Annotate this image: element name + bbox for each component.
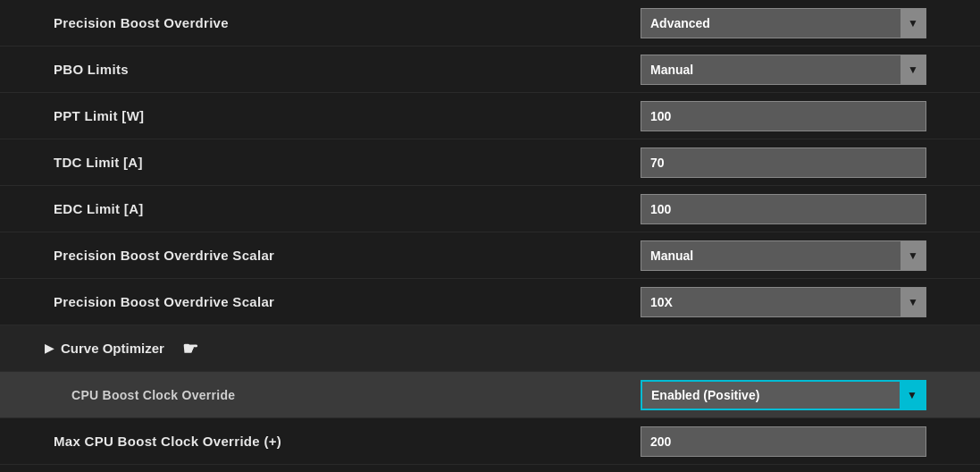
row-platform-thermal: Platform Thermal Throttle Limit Auto ▼: [0, 465, 980, 472]
expand-arrow-icon: ▶: [45, 341, 54, 355]
dropdown-precision-boost-overdrive[interactable]: Advanced ▼: [641, 8, 926, 38]
label-pbo-scalar-value: Precision Boost Overdrive Scalar: [54, 294, 274, 309]
label-tdc-limit: TDC Limit [A]: [54, 155, 143, 170]
dropdown-cpu-boost[interactable]: Enabled (Positive) ▼: [641, 380, 926, 410]
label-max-cpu-boost: Max CPU Boost Clock Override (+): [54, 434, 281, 449]
dropdown-value-pbo-limits: Manual: [650, 63, 900, 77]
value-tdc-limit: 70: [650, 156, 665, 170]
label-precision-boost-overdrive: Precision Boost Overdrive: [54, 15, 229, 30]
dropdown-pbo-scalar-value[interactable]: 10X ▼: [641, 287, 926, 317]
dropdown-value-cpu-boost: Enabled (Positive): [651, 388, 900, 402]
row-precision-boost-overdrive: Precision Boost Overdrive Advanced ▼: [0, 0, 980, 46]
row-curve-optimizer[interactable]: ▶ Curve Optimizer ☛: [0, 325, 980, 372]
row-pbo-scalar: Precision Boost Overdrive Scalar Manual …: [0, 232, 980, 279]
label-pbo-scalar: Precision Boost Overdrive Scalar: [54, 248, 274, 263]
row-pbo-scalar-value: Precision Boost Overdrive Scalar 10X ▼: [0, 279, 980, 325]
label-edc-limit: EDC Limit [A]: [54, 201, 144, 216]
row-edc-limit: EDC Limit [A] 100: [0, 186, 980, 232]
number-tdc-limit[interactable]: 70: [641, 148, 926, 178]
row-cpu-boost: CPU Boost Clock Override Enabled (Positi…: [0, 372, 980, 418]
dropdown-value-pbo-scalar: Manual: [650, 249, 900, 263]
cursor-icon: ☛: [182, 338, 198, 359]
dropdown-value-pbo-scalar-value: 10X: [650, 295, 900, 309]
label-cpu-boost: CPU Boost Clock Override: [54, 388, 235, 402]
label-pbo-limits: PBO Limits: [54, 62, 129, 77]
dropdown-arrow-4: ▼: [900, 287, 926, 317]
number-ppt-limit[interactable]: 100: [641, 101, 926, 131]
value-ppt-limit: 100: [650, 109, 671, 123]
dropdown-arrow-3: ▼: [900, 240, 926, 271]
curve-optimizer-label-group: ▶ Curve Optimizer ☛: [45, 338, 198, 359]
settings-list: Precision Boost Overdrive Advanced ▼ PBO…: [0, 0, 980, 472]
label-ppt-limit: PPT Limit [W]: [54, 108, 144, 123]
dropdown-pbo-scalar[interactable]: Manual ▼: [641, 240, 926, 271]
bios-container: Precision Boost Overdrive Advanced ▼ PBO…: [0, 0, 980, 472]
value-max-cpu-boost: 200: [650, 434, 671, 449]
dropdown-pbo-limits[interactable]: Manual ▼: [641, 55, 926, 85]
row-max-cpu-boost: Max CPU Boost Clock Override (+) 200: [0, 418, 980, 465]
dropdown-arrow-2: ▼: [900, 55, 926, 85]
row-ppt-limit: PPT Limit [W] 100: [0, 93, 980, 139]
curve-optimizer-label: Curve Optimizer: [61, 341, 164, 356]
row-pbo-limits: PBO Limits Manual ▼: [0, 46, 980, 93]
dropdown-arrow-cpu-boost: ▼: [900, 380, 925, 410]
number-edc-limit[interactable]: 100: [641, 194, 926, 224]
number-max-cpu-boost[interactable]: 200: [641, 426, 926, 457]
row-tdc-limit: TDC Limit [A] 70: [0, 139, 980, 186]
dropdown-arrow-1: ▼: [900, 8, 926, 38]
value-edc-limit: 100: [650, 202, 671, 216]
dropdown-value-precision-boost-overdrive: Advanced: [650, 16, 900, 30]
